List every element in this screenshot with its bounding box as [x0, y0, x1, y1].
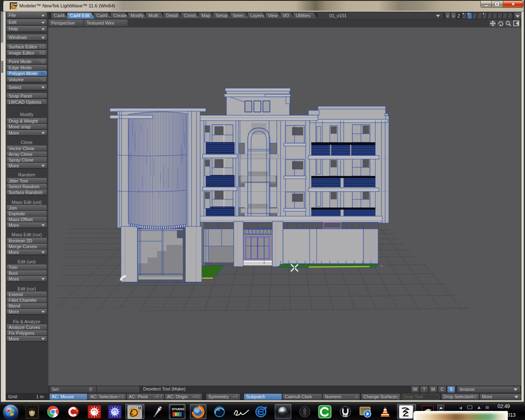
svg-text:+X: +X: [442, 254, 447, 258]
svg-text:M: M: [138, 406, 142, 411]
svg-text:STUDIO: STUDIO: [172, 407, 184, 411]
svg-text:-Z: -Z: [281, 307, 285, 312]
svg-text:BLE: BLE: [343, 414, 348, 417]
